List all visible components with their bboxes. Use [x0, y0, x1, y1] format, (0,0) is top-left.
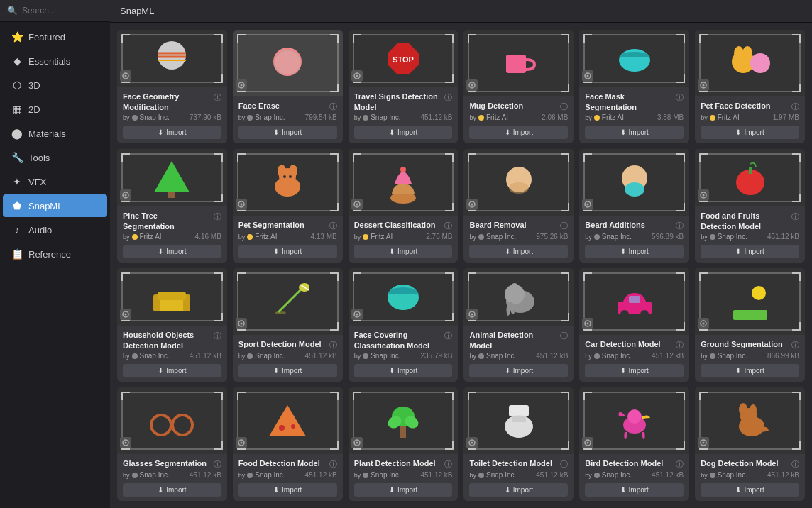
card-item[interactable]: Beard Additions ⓘ by Snap Inc. 596.89 kB…: [579, 149, 689, 263]
import-button[interactable]: ⬇ Import: [469, 483, 568, 497]
import-button[interactable]: ⬇ Import: [123, 126, 221, 139]
info-icon[interactable]: ⓘ: [214, 459, 221, 470]
import-button[interactable]: ⬇ Import: [354, 245, 453, 258]
info-icon[interactable]: ⓘ: [329, 459, 337, 470]
import-button[interactable]: ⬇ Import: [585, 483, 684, 497]
sidebar-item-essentials[interactable]: ◆ Essentials: [3, 50, 107, 72]
info-icon[interactable]: ⓘ: [329, 101, 337, 112]
card-item[interactable]: Dog Detection Model ⓘ by Snap Inc. 451.1…: [695, 387, 805, 501]
import-button[interactable]: ⬇ Import: [701, 364, 799, 377]
search-bar[interactable]: 🔍: [0, 0, 110, 22]
sidebar-item-materials[interactable]: ⬤ Materials: [3, 122, 107, 145]
info-icon[interactable]: ⓘ: [444, 221, 452, 231]
info-icon[interactable]: ⓘ: [791, 459, 799, 470]
info-icon[interactable]: ⓘ: [676, 340, 684, 350]
card-author: by Snap Inc.: [123, 471, 170, 479]
card-title: Mug Detection: [469, 101, 557, 111]
import-button[interactable]: ⬇ Import: [469, 126, 568, 139]
sidebar-item-2d[interactable]: ▦ 2D: [3, 98, 107, 121]
card-item[interactable]: Food and Fruits Detection Model ⓘ by Sna…: [695, 149, 805, 263]
info-icon[interactable]: ⓘ: [214, 331, 221, 341]
author-dot: [132, 115, 138, 121]
info-icon[interactable]: ⓘ: [329, 340, 337, 350]
info-icon[interactable]: ⓘ: [676, 92, 684, 103]
card-item[interactable]: Sport Detection Model ⓘ by Snap Inc. 451…: [233, 268, 343, 382]
sidebar-item-audio[interactable]: ♪ Audio: [3, 219, 107, 241]
card-item[interactable]: Pet Segmentation ⓘ by Fritz AI 4.13 MB ⬇…: [233, 149, 343, 263]
info-icon[interactable]: ⓘ: [214, 92, 221, 103]
info-icon[interactable]: ⓘ: [444, 92, 452, 103]
import-button[interactable]: ⬇ Import: [354, 364, 453, 377]
card-item[interactable]: Food Detection Model ⓘ by Snap Inc. 451.…: [233, 387, 343, 501]
info-icon[interactable]: ⓘ: [214, 211, 221, 222]
card-item[interactable]: Face Mask Segmentation ⓘ by Fritz AI 3.8…: [579, 30, 689, 143]
info-icon[interactable]: ⓘ: [791, 340, 799, 350]
import-label: Import: [629, 486, 649, 494]
info-icon[interactable]: ⓘ: [329, 221, 337, 231]
import-button[interactable]: ⬇ Import: [585, 126, 684, 139]
import-button[interactable]: ⬇ Import: [238, 364, 337, 377]
thumb-image: [729, 399, 772, 442]
card-item[interactable]: Beard Removal ⓘ by Snap Inc. 975.26 kB ⬇…: [463, 149, 574, 263]
info-icon[interactable]: ⓘ: [560, 459, 568, 470]
card-item[interactable]: Mug Detection ⓘ by Fritz AI 2.06 MB ⬇ Im…: [463, 30, 574, 143]
card-item[interactable]: Household Objects Detection Model ⓘ by S…: [117, 268, 227, 382]
card-item[interactable]: Dessert Classification ⓘ by Fritz AI 2.7…: [349, 149, 459, 263]
sidebar-item-snapml[interactable]: ⬟ SnapML: [3, 194, 107, 217]
sidebar-item-tools[interactable]: 🔧 Tools: [3, 146, 107, 169]
import-icon: ⬇: [505, 367, 510, 375]
import-button[interactable]: ⬇ Import: [123, 245, 221, 258]
info-icon[interactable]: ⓘ: [791, 211, 799, 222]
card-item[interactable]: Face Covering Classification Model ⓘ by …: [349, 268, 459, 382]
import-button[interactable]: ⬇ Import: [238, 126, 337, 139]
card-item[interactable]: Pine Tree Segmentation ⓘ by Fritz AI 4.1…: [117, 149, 227, 263]
card-item[interactable]: Car Detection Model ⓘ by Snap Inc. 451.1…: [579, 268, 689, 382]
card-item[interactable]: Face Geometry Modification ⓘ by Snap Inc…: [117, 30, 227, 143]
thumb-inner: [463, 30, 574, 96]
import-button[interactable]: ⬇ Import: [585, 245, 684, 258]
card-item[interactable]: Toilet Detection Model ⓘ by Snap Inc. 45…: [463, 387, 574, 501]
import-button[interactable]: ⬇ Import: [701, 245, 799, 258]
card-item[interactable]: Face Erase ⓘ by Snap Inc. 799.54 kB ⬇ Im…: [233, 30, 343, 143]
ml-badge-icon: [351, 199, 363, 213]
import-button[interactable]: ⬇ Import: [354, 126, 453, 139]
import-button[interactable]: ⬇ Import: [123, 483, 221, 497]
author-dot: [363, 234, 368, 240]
import-button[interactable]: ⬇ Import: [238, 483, 337, 497]
card-item[interactable]: Pet Face Detection ⓘ by Fritz AI 1.97 MB…: [695, 30, 805, 143]
card-item[interactable]: STOP Travel Signs Detection Model ⓘ by S…: [349, 30, 459, 143]
import-button[interactable]: ⬇ Import: [238, 245, 337, 258]
card-title: Dog Detection Model: [701, 458, 789, 468]
card-item[interactable]: Bird Detection Model ⓘ by Snap Inc. 451.…: [579, 387, 689, 501]
sidebar-item-reference[interactable]: 📋 Reference: [3, 243, 107, 265]
sidebar-item-3d[interactable]: ⬡ 3D: [3, 74, 107, 96]
ml-badge-icon: [120, 437, 131, 451]
info-icon[interactable]: ⓘ: [444, 331, 452, 341]
card-item[interactable]: Animal Detection Model ⓘ by Snap Inc. 45…: [463, 268, 574, 382]
info-icon[interactable]: ⓘ: [444, 459, 452, 470]
info-icon[interactable]: ⓘ: [676, 221, 684, 231]
info-icon[interactable]: ⓘ: [560, 221, 568, 231]
import-label: Import: [629, 248, 649, 255]
card-item[interactable]: Glasses Segmentation ⓘ by Snap Inc. 451.…: [117, 387, 227, 501]
import-button[interactable]: ⬇ Import: [469, 364, 568, 377]
import-button[interactable]: ⬇ Import: [469, 245, 568, 258]
author-dot: [710, 115, 715, 121]
info-icon[interactable]: ⓘ: [560, 101, 568, 112]
import-button[interactable]: ⬇ Import: [701, 126, 799, 139]
card-author: by Snap Inc.: [354, 114, 401, 121]
card-item[interactable]: Plant Detection Model ⓘ by Snap Inc. 451…: [349, 387, 459, 501]
sidebar-item-featured[interactable]: ⭐ Featured: [3, 26, 107, 48]
info-icon[interactable]: ⓘ: [676, 459, 684, 470]
info-icon[interactable]: ⓘ: [791, 101, 799, 112]
card-info: Food Detection Model ⓘ by Snap Inc. 451.…: [233, 454, 343, 501]
ml-badge-icon: [466, 437, 478, 451]
import-button[interactable]: ⬇ Import: [123, 364, 221, 377]
import-button[interactable]: ⬇ Import: [701, 483, 799, 497]
info-icon[interactable]: ⓘ: [560, 331, 568, 341]
import-button[interactable]: ⬇ Import: [585, 364, 684, 377]
import-button[interactable]: ⬇ Import: [354, 483, 453, 497]
card-item[interactable]: Ground Segmentation ⓘ by Snap Inc. 866.9…: [695, 268, 805, 382]
sidebar-item-vfx[interactable]: ✦ VFX: [3, 170, 107, 193]
search-input[interactable]: [22, 6, 103, 16]
